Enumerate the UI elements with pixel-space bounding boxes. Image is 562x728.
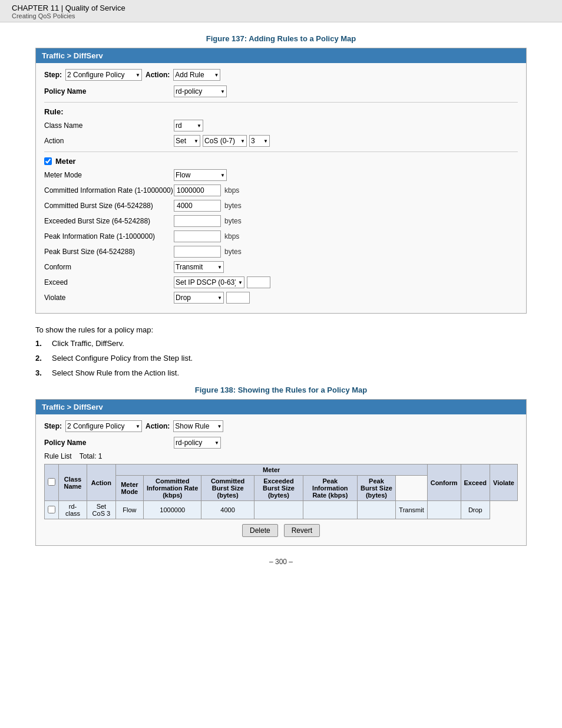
revert-button[interactable]: Revert — [284, 524, 320, 537]
conform-select-wrapper[interactable]: Transmit — [174, 261, 224, 273]
pir-unit: kbps — [224, 232, 239, 241]
row-peak-info — [303, 501, 358, 519]
action-set-select[interactable]: Set — [174, 135, 200, 147]
panel-figure-137: Traffic > DiffServ Step: 2 Configure Pol… — [35, 48, 527, 314]
step-select-wrapper-1[interactable]: 2 Configure Policy — [65, 69, 142, 81]
panel-figure-138: Traffic > DiffServ Step: 2 Configure Pol… — [35, 399, 527, 546]
cbs-label: Committed Burst Size (64-524288) — [44, 202, 174, 210]
exceed-row: Exceed Set IP DSCP (0-63) — [44, 276, 518, 288]
cbs-unit: bytes — [224, 202, 242, 210]
panel-1-body: Step: 2 Configure Policy Action: Add Rul… — [36, 63, 526, 313]
step-1-num: 1. — [35, 339, 49, 348]
row-cir: 1000000 — [144, 501, 201, 519]
meter-checkbox-label: Meter — [55, 157, 76, 166]
ebs-unit: bytes — [224, 217, 242, 225]
action-cos-wrapper[interactable]: CoS (0-7) — [203, 135, 247, 147]
col-exceed-header: Exceed — [461, 465, 490, 501]
policy-name-label-2: Policy Name — [44, 439, 174, 447]
action-cos-val-select[interactable]: 3 — [249, 135, 270, 147]
exceed-select[interactable]: Set IP DSCP (0-63) — [174, 276, 244, 288]
step-1: 1. Click Traffic, DiffServ. — [35, 339, 527, 348]
meter-mode-select[interactable]: Flow — [174, 169, 227, 181]
policy-name-select[interactable]: rd-policy — [174, 85, 227, 97]
step-2: 2. Select Configure Policy from the Step… — [35, 354, 527, 363]
table-row: rd-class Set CoS 3 Flow 1000000 4000 Tra… — [45, 501, 518, 519]
page-content: Figure 137: Adding Rules to a Policy Map… — [0, 22, 562, 578]
meter-group-header: Meter — [115, 465, 427, 476]
btn-row: Delete Revert — [44, 519, 518, 539]
ebs-row: Exceeded Burst Size (64-524288) bytes — [44, 215, 518, 227]
step-select-1[interactable]: 2 Configure Policy — [65, 69, 142, 81]
row-checkbox[interactable] — [48, 506, 55, 513]
action-cos-val-wrapper[interactable]: 3 — [249, 135, 270, 147]
class-name-select[interactable]: rd — [174, 120, 203, 131]
policy-name-select-wrapper[interactable]: rd-policy — [174, 85, 227, 97]
action-label-1: Action: — [146, 71, 170, 79]
action-select-2[interactable]: Show Rule — [173, 420, 223, 432]
exceed-input[interactable] — [247, 276, 270, 288]
pbs-label: Peak Burst Size (64-524288) — [44, 248, 174, 256]
class-name-row: Class Name rd — [44, 120, 518, 131]
violate-label: Violate — [44, 294, 174, 302]
step-2-num: 2. — [35, 354, 49, 363]
col-meter-mode-header: Meter Mode — [115, 476, 143, 501]
chapter-title: Quality of Service — [65, 4, 125, 12]
ebs-label: Exceeded Burst Size (64-524288) — [44, 217, 174, 225]
policy-name-select-2[interactable]: rd-policy — [174, 437, 221, 449]
row-exceed — [427, 501, 461, 519]
meter-checkbox-row: Meter — [44, 157, 518, 166]
page-header: CHAPTER 11 | Quality of Service Creating… — [0, 0, 562, 22]
step-row-1: Step: 2 Configure Policy Action: Add Rul… — [44, 69, 518, 81]
conform-row: Conform Transmit — [44, 261, 518, 273]
col-cbs-header: Committed Burst Size (bytes) — [201, 476, 254, 501]
select-all-checkbox[interactable] — [48, 478, 55, 486]
step-1-text: Click Traffic, DiffServ. — [52, 339, 124, 348]
exceed-select-wrapper[interactable]: Set IP DSCP (0-63) — [174, 276, 244, 288]
policy-name-row-1: Policy Name rd-policy — [44, 85, 518, 97]
step-2-text: Select Configure Policy from the Step li… — [52, 354, 193, 363]
cir-row: Committed Information Rate (1-1000000) k… — [44, 185, 518, 196]
class-name-label: Class Name — [44, 121, 174, 130]
pir-input[interactable] — [174, 230, 221, 242]
cbs-row: Committed Burst Size (64-524288) bytes — [44, 200, 518, 212]
col-peak-burst-header: Peak Burst Size (bytes) — [357, 476, 396, 501]
violate-select-wrapper[interactable]: Drop — [174, 292, 224, 304]
step-select-wrapper-2[interactable]: 2 Configure Policy — [65, 420, 142, 432]
col-peak-info-header: Peak Information Rate (kbps) — [303, 476, 358, 501]
action-inline: Set CoS (0-7) 3 — [174, 135, 270, 147]
policy-table: Class Name Action Meter Conform Exceed V… — [44, 464, 518, 519]
action-cos-select[interactable]: CoS (0-7) — [203, 135, 247, 147]
row-violate: Drop — [461, 501, 490, 519]
violate-select[interactable]: Drop — [174, 292, 224, 304]
cir-label: Committed Information Rate (1-1000000) — [44, 186, 174, 195]
pbs-input[interactable] — [174, 246, 221, 258]
meter-mode-select-wrapper[interactable]: Flow — [174, 169, 227, 181]
class-name-select-wrapper[interactable]: rd — [174, 120, 203, 131]
divider-1 — [44, 102, 518, 103]
action-row: Action Set CoS (0-7) 3 — [44, 135, 518, 147]
conform-select[interactable]: Transmit — [174, 261, 224, 273]
action-select-wrapper-1[interactable]: Add Rule — [173, 69, 220, 81]
conform-label: Conform — [44, 263, 174, 271]
violate-input[interactable] — [226, 292, 250, 304]
row-class-name: rd-class — [59, 501, 87, 519]
step-3: 3. Select Show Rule from the Action list… — [35, 368, 527, 377]
step-row-2: Step: 2 Configure Policy Action: Show Ru… — [44, 420, 518, 432]
ebs-input[interactable] — [174, 215, 221, 227]
cbs-input[interactable] — [174, 200, 221, 212]
action-set-wrapper[interactable]: Set — [174, 135, 200, 147]
delete-button[interactable]: Delete — [242, 524, 278, 537]
policy-name-select-wrapper-2[interactable]: rd-policy — [174, 437, 221, 449]
chapter-number: CHAPTER 11 — [12, 4, 59, 12]
row-cbs: 4000 — [201, 501, 254, 519]
meter-checkbox[interactable] — [44, 157, 52, 165]
violate-row: Violate Drop — [44, 292, 518, 304]
panel-2-header: Traffic > DiffServ — [36, 400, 526, 414]
step-select-2[interactable]: 2 Configure Policy — [65, 420, 142, 432]
row-checkbox-cell — [45, 501, 59, 519]
action-select-1[interactable]: Add Rule — [173, 69, 220, 81]
cir-input[interactable] — [174, 185, 221, 196]
row-peak-burst — [357, 501, 396, 519]
col-cir-header: Committed Information Rate (kbps) — [144, 476, 201, 501]
action-select-wrapper-2[interactable]: Show Rule — [173, 420, 223, 432]
